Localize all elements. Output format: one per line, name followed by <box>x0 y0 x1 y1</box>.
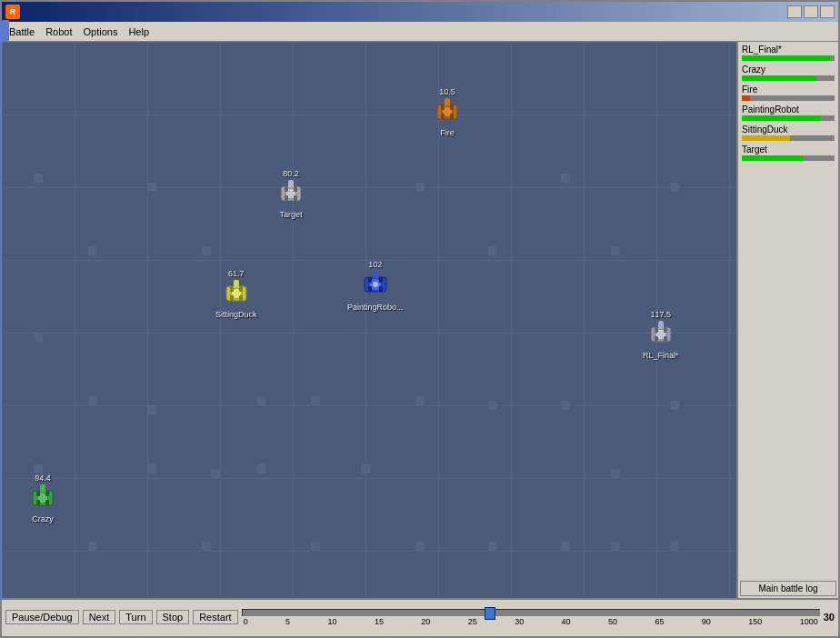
svg-rect-6 <box>664 327 667 333</box>
menu-help[interactable]: Help <box>123 25 155 39</box>
speed-slider-track[interactable] <box>242 609 820 616</box>
robot-energy-rl-final: 117.5 <box>643 310 679 319</box>
menu-robot[interactable]: Robot <box>40 25 77 39</box>
obstacle-14 <box>670 401 679 410</box>
obstacle-0 <box>34 174 43 183</box>
bottom-bar: Pause/Debug Next Turn Stop Restart 0 5 1… <box>2 598 838 636</box>
obstacle-6 <box>561 174 570 183</box>
svg-rect-40 <box>294 195 297 201</box>
obstacle-17 <box>147 464 156 474</box>
robot-fire: 10.5Fire <box>434 87 461 137</box>
side-panel: RL_Final*CrazyFirePaintingRobotSittingDu… <box>736 42 838 598</box>
stop-button[interactable]: Stop <box>156 610 190 624</box>
side-robot-bar-container-3 <box>742 115 835 121</box>
speed-slider-container: 0 5 10 15 20 25 30 40 50 65 90 150 1000 <box>242 609 820 626</box>
slider-labels: 0 5 10 15 20 25 30 40 50 65 90 150 1000 <box>242 617 820 626</box>
menu-battle[interactable]: Battle <box>4 25 40 39</box>
robot-energy-sitting-duck: 61.7 <box>215 269 257 278</box>
obstacle-23 <box>488 542 497 551</box>
slider-label-150: 150 <box>748 617 762 626</box>
svg-rect-11 <box>45 500 49 505</box>
obstacle-15 <box>34 464 43 474</box>
robot-energy-painting-robot: 102 <box>347 260 404 269</box>
obstacle-11 <box>488 401 497 410</box>
obstacle-16 <box>88 542 97 551</box>
svg-rect-19 <box>441 105 445 110</box>
svg-rect-3 <box>655 336 658 342</box>
svg-rect-39 <box>285 195 288 201</box>
side-panel-robot-3: PaintingRobot <box>740 104 836 122</box>
title-bar-left: R <box>5 5 24 19</box>
robot-energy-target: 80.2 <box>277 169 305 178</box>
battle-field: 117.5RL_Final*94.4Crazy10.5Fire102Painti… <box>2 42 736 598</box>
bottom-controls: Pause/Debug Next Turn Stop Restart 0 5 1… <box>5 609 835 626</box>
svg-rect-34 <box>230 286 234 292</box>
side-robot-bar-1 <box>742 75 816 81</box>
obstacle-10 <box>147 405 156 414</box>
side-panel-robot-0: RL_Final* <box>740 44 836 62</box>
side-panel-robot-5: Target <box>740 144 836 162</box>
speed-value: 30 <box>824 612 835 623</box>
side-robot-bar-container-4 <box>742 135 835 141</box>
obstacle-27 <box>88 396 97 405</box>
svg-rect-32 <box>230 295 234 301</box>
robot-sitting-duck: 61.7SittingDuck <box>215 269 257 319</box>
slider-label-30: 30 <box>515 617 524 626</box>
turn-button[interactable]: Turn <box>119 610 152 624</box>
obstacle-31 <box>211 469 220 478</box>
speed-slider-thumb[interactable] <box>485 607 495 620</box>
minimize-button[interactable] <box>787 5 802 18</box>
side-robot-name-1: Crazy <box>742 65 835 75</box>
menu-options[interactable]: Options <box>78 25 124 39</box>
side-panel-robot-2: Fire <box>740 84 836 102</box>
obstacle-1 <box>88 246 97 255</box>
slider-label-0: 0 <box>244 617 248 626</box>
robot-energy-fire: 10.5 <box>434 87 461 96</box>
side-robot-bar-container-5 <box>742 155 835 161</box>
pause-debug-button[interactable]: Pause/Debug <box>5 610 79 624</box>
slider-label-25: 25 <box>468 617 477 626</box>
obstacle-2 <box>147 183 156 192</box>
obstacle-9 <box>34 333 43 342</box>
restart-button[interactable]: Restart <box>193 610 237 624</box>
side-robot-name-0: RL_Final* <box>742 45 835 55</box>
robot-tank-painting-robot <box>347 270 404 301</box>
side-robot-bar-5 <box>742 155 804 161</box>
next-button[interactable]: Next <box>83 610 116 624</box>
slider-label-20: 20 <box>421 617 430 626</box>
robot-label-sitting-duck: SittingDuck <box>215 310 257 319</box>
menu-bar: Battle Robot Options Help <box>2 22 838 42</box>
window-controls <box>787 5 835 18</box>
battle-log-button[interactable]: Main battle log <box>740 581 836 596</box>
obstacle-19 <box>256 464 265 474</box>
obstacle-8 <box>670 183 679 192</box>
maximize-button[interactable] <box>804 5 818 18</box>
close-button[interactable] <box>820 5 835 18</box>
svg-rect-20 <box>450 105 454 110</box>
robot-tank-target <box>277 179 305 208</box>
slider-label-50: 50 <box>608 617 617 626</box>
robot-painting-robot: 102PaintingRobo... <box>347 260 404 312</box>
robot-label-painting-robot: PaintingRobo... <box>347 303 404 312</box>
robot-target: 80.2Target <box>277 169 305 219</box>
obstacle-4 <box>415 183 425 192</box>
obstacle-29 <box>311 396 320 405</box>
slider-label-65: 65 <box>655 617 664 626</box>
obstacle-28 <box>256 396 265 405</box>
robot-tank-sitting-duck <box>215 279 257 308</box>
obstacle-5 <box>488 246 497 255</box>
main-window: R Battle Robot Options Help E 117.5RL_Fi… <box>0 0 840 638</box>
obstacle-7 <box>611 246 620 255</box>
side-panel-robot-1: Crazy <box>740 64 836 82</box>
robot-label-rl-final: RL_Final* <box>643 351 679 360</box>
robot-tank-rl-final <box>643 320 679 349</box>
obstacle-25 <box>611 542 620 551</box>
side-robot-name-5: Target <box>742 145 835 155</box>
robot-label-crazy: Crazy <box>29 514 56 523</box>
obstacle-21 <box>361 464 370 474</box>
svg-rect-26 <box>368 277 372 283</box>
svg-rect-13 <box>45 491 49 496</box>
svg-rect-42 <box>294 186 297 192</box>
robot-tank-crazy <box>29 483 56 513</box>
svg-rect-33 <box>239 295 243 301</box>
